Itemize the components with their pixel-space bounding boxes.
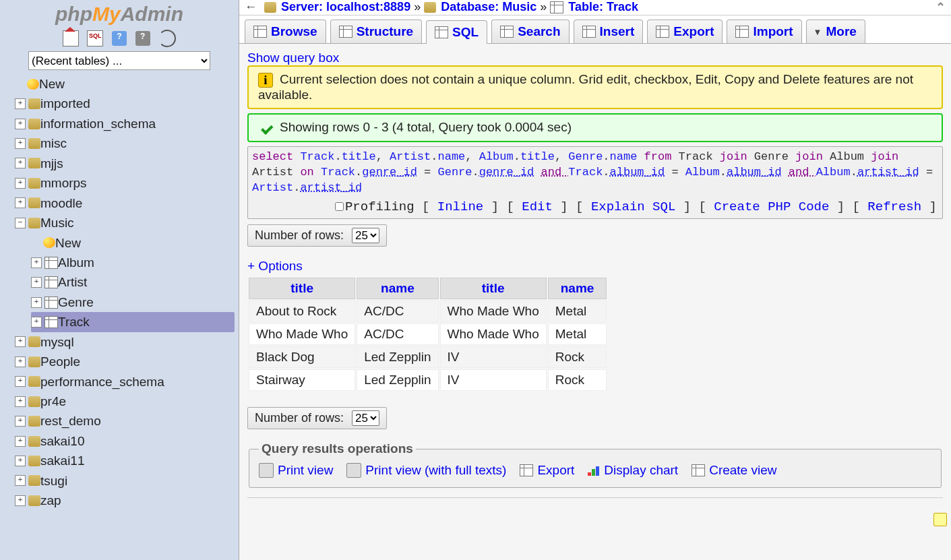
- expand-icon[interactable]: +: [15, 197, 26, 208]
- display-chart-link[interactable]: Display chart: [588, 463, 678, 478]
- view-icon: [692, 464, 705, 476]
- expand-icon[interactable]: +: [15, 119, 26, 129]
- tab-icon: [500, 26, 514, 38]
- edit-link[interactable]: Edit: [522, 199, 553, 214]
- expand-icon[interactable]: +: [15, 336, 26, 347]
- expand-icon[interactable]: +: [31, 257, 42, 268]
- expand-icon[interactable]: +: [15, 356, 26, 367]
- recent-tables-select[interactable]: (Recent tables) ...: [28, 51, 210, 70]
- col-header[interactable]: title: [249, 278, 355, 299]
- expand-icon[interactable]: +: [15, 138, 26, 149]
- tab-structure[interactable]: Structure: [330, 20, 422, 43]
- expand-icon[interactable]: +: [31, 297, 42, 308]
- refresh-link[interactable]: Refresh: [867, 199, 921, 214]
- tree-new[interactable]: New: [15, 74, 235, 94]
- collapse-icon[interactable]: ⌃: [935, 0, 946, 15]
- database-icon: [28, 396, 40, 407]
- home-icon[interactable]: [63, 30, 79, 46]
- tab-icon: [253, 26, 267, 38]
- db-tree: New+ imported+ information_schema+ misc+…: [0, 74, 239, 511]
- sticky-note-icon[interactable]: [933, 513, 947, 526]
- tree-db-mjjs[interactable]: + mjjs: [15, 154, 235, 173]
- tab-icon: [582, 26, 596, 38]
- expand-icon[interactable]: +: [15, 178, 26, 189]
- tree-db-imported[interactable]: + imported: [15, 94, 235, 113]
- help-icon[interactable]: ?: [112, 31, 127, 46]
- export-link[interactable]: Export: [520, 463, 574, 478]
- breadcrumb-server[interactable]: Server: localhost:8889: [281, 0, 410, 13]
- expand-icon[interactable]: +: [15, 475, 26, 486]
- create-php-link[interactable]: Create PHP Code: [714, 199, 829, 214]
- tree-db-mysql[interactable]: + mysql: [15, 332, 235, 352]
- tree-table-new[interactable]: New: [31, 233, 235, 253]
- sql-display: select Track.title, Artist.name, Album.t…: [247, 146, 943, 219]
- create-view-link[interactable]: Create view: [692, 463, 776, 478]
- expand-icon[interactable]: +: [15, 396, 26, 407]
- profiling-checkbox[interactable]: [335, 202, 344, 211]
- tab-browse[interactable]: Browse: [245, 20, 326, 43]
- expand-icon[interactable]: +: [15, 416, 26, 427]
- breadcrumb-table[interactable]: Table: Track: [568, 0, 638, 13]
- rows-select-top[interactable]: 25: [352, 228, 379, 243]
- back-arrow-icon[interactable]: ←: [245, 0, 257, 13]
- tab-sql[interactable]: SQL: [426, 20, 487, 44]
- tree-db-performance_schema[interactable]: + performance_schema: [15, 372, 235, 392]
- rows-bar-bottom: Number of rows: 25: [247, 407, 387, 429]
- expand-icon[interactable]: +: [15, 456, 26, 466]
- breadcrumb-database[interactable]: Database: Music: [441, 0, 536, 13]
- tree-db-rest_demo[interactable]: + rest_demo: [15, 411, 235, 431]
- sql-icon[interactable]: SQL: [87, 30, 103, 46]
- expand-icon[interactable]: +: [15, 436, 26, 447]
- expand-icon[interactable]: +: [15, 495, 26, 506]
- tree-db-misc[interactable]: + misc: [15, 133, 235, 153]
- rows-select-bottom[interactable]: 25: [352, 410, 379, 426]
- expand-icon[interactable]: +: [31, 277, 42, 288]
- chevron-down-icon: ▼: [814, 27, 822, 37]
- table-cell: IV: [440, 369, 547, 391]
- tree-table-artist[interactable]: + Artist: [31, 272, 235, 292]
- explain-sql-link[interactable]: Explain SQL: [591, 199, 675, 214]
- tree-db-zap[interactable]: + zap: [15, 491, 235, 510]
- tab-more[interactable]: ▼More: [806, 20, 865, 43]
- table-cell: Metal: [548, 301, 607, 322]
- tab-import[interactable]: Import: [727, 20, 801, 43]
- tree-db-moodle[interactable]: + moodle: [15, 193, 235, 213]
- col-header[interactable]: name: [548, 278, 607, 299]
- table-cell: Who Made Who: [440, 301, 547, 322]
- tree-db-sakai11[interactable]: + sakai11: [15, 451, 235, 470]
- tree-table-album[interactable]: + Album: [31, 253, 235, 272]
- col-header[interactable]: name: [357, 278, 438, 299]
- tab-icon: [339, 26, 352, 38]
- tree-db-music[interactable]: − Music: [15, 213, 235, 232]
- print-view-link[interactable]: Print view: [259, 463, 333, 478]
- expand-icon[interactable]: −: [15, 218, 26, 228]
- tree-db-sakai10[interactable]: + sakai10: [15, 431, 235, 451]
- tree-table-track[interactable]: + Track: [31, 312, 235, 332]
- expand-icon[interactable]: +: [15, 376, 26, 387]
- table-row: StairwayLed ZepplinIVRock: [249, 369, 607, 391]
- tree-db-tsugi[interactable]: + tsugi: [15, 471, 235, 491]
- inline-link[interactable]: Inline: [437, 199, 483, 214]
- reload-icon[interactable]: [158, 30, 176, 47]
- expand-icon[interactable]: +: [15, 98, 26, 109]
- profiling-checkbox-label[interactable]: Profiling: [332, 199, 415, 214]
- tree-db-people[interactable]: + People: [15, 352, 235, 371]
- tree-table-genre[interactable]: + Genre: [31, 292, 235, 312]
- print-view-full-link[interactable]: Print view (with full texts): [346, 463, 506, 478]
- tab-icon: [656, 26, 669, 38]
- tab-export[interactable]: Export: [647, 20, 723, 43]
- tab-insert[interactable]: Insert: [574, 20, 644, 43]
- tree-db-information_schema[interactable]: + information_schema: [15, 114, 235, 133]
- table-cell: AC/DC: [357, 301, 438, 322]
- show-query-box-link[interactable]: Show query box: [247, 51, 339, 65]
- col-header[interactable]: title: [440, 278, 547, 299]
- tree-db-pr4e[interactable]: + pr4e: [15, 392, 235, 411]
- tab-search[interactable]: Search: [491, 20, 569, 43]
- docs-icon[interactable]: ?: [135, 31, 150, 46]
- expand-icon[interactable]: +: [15, 158, 26, 168]
- table-icon: [44, 257, 58, 269]
- info-icon: i: [258, 73, 273, 88]
- expand-icon[interactable]: +: [31, 317, 42, 328]
- options-link[interactable]: + Options: [247, 259, 303, 273]
- tree-db-mmorps[interactable]: + mmorps: [15, 173, 235, 193]
